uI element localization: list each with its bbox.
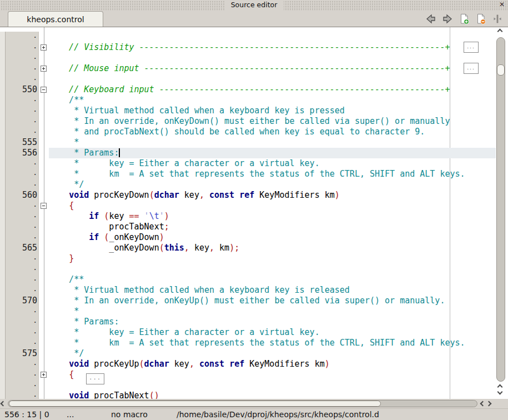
code-line[interactable]: 565 _onKeyDown(this, key, km); xyxy=(0,243,496,253)
new-document-button[interactable] xyxy=(458,13,470,25)
scroll-left-arrow-right[interactable] xyxy=(481,402,485,406)
line-marker-dot[interactable]: · xyxy=(6,338,39,348)
code-line[interactable]: · { xyxy=(0,201,496,211)
code-text[interactable]: * Virtual method called when a keyboard … xyxy=(49,106,496,116)
code-text[interactable]: // Mouse input -------------------------… xyxy=(49,63,496,74)
line-marker-dot[interactable]: · xyxy=(6,42,39,53)
line-marker-dot[interactable]: · xyxy=(6,253,39,264)
code-line[interactable]: · * key = Either a character or a virtua… xyxy=(0,158,496,169)
line-number[interactable]: 575 xyxy=(6,348,39,359)
code-text[interactable]: { xyxy=(49,201,496,211)
line-marker-dot[interactable]: · xyxy=(6,106,39,116)
detach-editor-button[interactable] xyxy=(491,13,504,25)
code-text[interactable] xyxy=(49,74,496,84)
code-text[interactable]: // Visibility --------------------------… xyxy=(49,42,496,53)
code-line[interactable]: · * and procTabNext() should be called w… xyxy=(0,127,496,137)
code-text[interactable]: */ xyxy=(49,179,496,190)
code-line[interactable]: · * xyxy=(0,306,496,317)
line-marker-dot[interactable]: · xyxy=(6,369,39,380)
code-line[interactable]: · } xyxy=(0,253,496,264)
fold-collapse-icon[interactable] xyxy=(41,203,47,209)
line-marker-dot[interactable]: · xyxy=(6,211,39,222)
line-marker-dot[interactable]: · xyxy=(6,158,39,169)
code-text[interactable]: * Params: xyxy=(49,148,496,158)
code-line[interactable]: · {... xyxy=(0,369,496,380)
code-text[interactable]: * xyxy=(49,137,496,148)
code-line[interactable]: · /** xyxy=(0,95,496,106)
folded-code-ellipsis[interactable]: ... xyxy=(464,63,479,74)
code-line[interactable]: · procTabNext; xyxy=(0,222,496,232)
scroll-down-arrow[interactable] xyxy=(498,392,502,394)
fold-expand-icon[interactable] xyxy=(41,44,47,51)
code-text[interactable]: * Params: xyxy=(49,317,496,327)
fold-collapse-icon[interactable] xyxy=(41,87,47,93)
scroll-up-arrow-bottom[interactable] xyxy=(498,385,502,389)
line-number[interactable]: 560 xyxy=(6,190,39,201)
code-text[interactable]: * key = Either a character or a virtual … xyxy=(49,158,496,169)
code-text[interactable] xyxy=(49,264,496,274)
code-line[interactable]: 555 * xyxy=(0,137,496,148)
line-number[interactable]: 550 xyxy=(6,84,39,95)
code-text[interactable]: if (key == '\t') xyxy=(49,211,496,222)
tab-kheops-control[interactable]: kheops.control xyxy=(8,11,103,27)
code-text[interactable]: * In an override, onKeyDown() must eithe… xyxy=(49,116,496,127)
line-marker-dot[interactable]: · xyxy=(6,116,39,127)
code-text[interactable]: * and procTabNext() should be called whe… xyxy=(49,127,496,137)
line-number[interactable]: 565 xyxy=(6,243,39,253)
line-marker-dot[interactable]: · xyxy=(6,201,39,211)
code-line[interactable]: 550 // Keyboard input ------------------… xyxy=(0,84,496,95)
code-line[interactable]: · */ xyxy=(0,179,496,190)
line-marker-dot[interactable]: · xyxy=(6,63,39,74)
code-text[interactable]: void procTabNext() xyxy=(49,391,496,399)
line-number[interactable]: 570 xyxy=(6,296,39,306)
close-icon[interactable]: ✕ xyxy=(499,1,505,8)
code-text[interactable]: procTabNext; xyxy=(49,222,496,232)
code-line[interactable]: · * Virtual method called when a keyboar… xyxy=(0,106,496,116)
code-line[interactable]: · // Visibility ------------------------… xyxy=(0,42,496,53)
code-line[interactable]: · if (key == '\t') xyxy=(0,211,496,222)
code-text[interactable]: * km = A set that represents the status … xyxy=(49,338,496,348)
code-line[interactable]: · xyxy=(0,264,496,274)
line-marker-dot[interactable]: · xyxy=(6,232,39,243)
code-line-current[interactable]: 556 * Params: xyxy=(0,148,496,158)
fold-expand-icon[interactable] xyxy=(41,66,47,72)
code-text[interactable] xyxy=(49,380,496,391)
code-line[interactable]: 570 * In an override, onKeyUp() must eit… xyxy=(0,296,496,306)
code-line[interactable]: · xyxy=(0,74,496,84)
horizontal-scrollbar-thumb[interactable] xyxy=(9,401,381,407)
line-marker-dot[interactable]: · xyxy=(6,306,39,317)
line-marker-dot[interactable]: · xyxy=(6,95,39,106)
code-text[interactable]: */ xyxy=(49,348,496,359)
code-text[interactable]: _onKeyDown(this, key, km); xyxy=(49,243,496,253)
code-editor[interactable]: ·· // Visibility -----------------------… xyxy=(0,27,508,399)
code-line[interactable]: 575 */ xyxy=(0,348,496,359)
line-number[interactable]: 555 xyxy=(6,137,39,148)
line-marker-dot[interactable]: · xyxy=(6,380,39,391)
code-text[interactable] xyxy=(49,32,496,42)
vertical-scrollbar-track[interactable] xyxy=(496,37,505,382)
line-marker-dot[interactable]: · xyxy=(6,359,39,369)
scroll-left-arrow[interactable] xyxy=(1,402,5,406)
line-marker-dot[interactable]: · xyxy=(6,391,39,399)
title-bar[interactable]: Source editor ✕ xyxy=(0,0,508,10)
code-text[interactable] xyxy=(49,53,496,63)
code-text[interactable]: void procKeyUp(dchar key, const ref KeyM… xyxy=(49,359,496,369)
line-marker-dot[interactable]: · xyxy=(6,53,39,63)
code-line[interactable]: · /** xyxy=(0,274,496,285)
code-text[interactable]: /** xyxy=(49,274,496,285)
code-text[interactable]: /** xyxy=(49,95,496,106)
code-line[interactable]: · * Params: xyxy=(0,317,496,327)
line-marker-dot[interactable]: · xyxy=(6,32,39,42)
line-marker-dot[interactable]: · xyxy=(6,327,39,338)
line-marker-dot[interactable]: · xyxy=(6,264,39,274)
line-number[interactable]: 556 xyxy=(6,148,39,158)
horizontal-scrollbar-track[interactable] xyxy=(8,400,477,407)
line-marker-dot[interactable]: · xyxy=(6,285,39,296)
vertical-scrollbar-thumb[interactable] xyxy=(497,64,505,76)
code-text[interactable]: * xyxy=(49,306,496,317)
forward-button[interactable] xyxy=(441,13,454,25)
remove-document-button[interactable] xyxy=(475,13,487,25)
code-text[interactable]: * key = Either a character or a virtual … xyxy=(49,327,496,338)
scroll-right-arrow[interactable] xyxy=(488,402,491,406)
fold-expand-icon[interactable] xyxy=(41,372,47,378)
